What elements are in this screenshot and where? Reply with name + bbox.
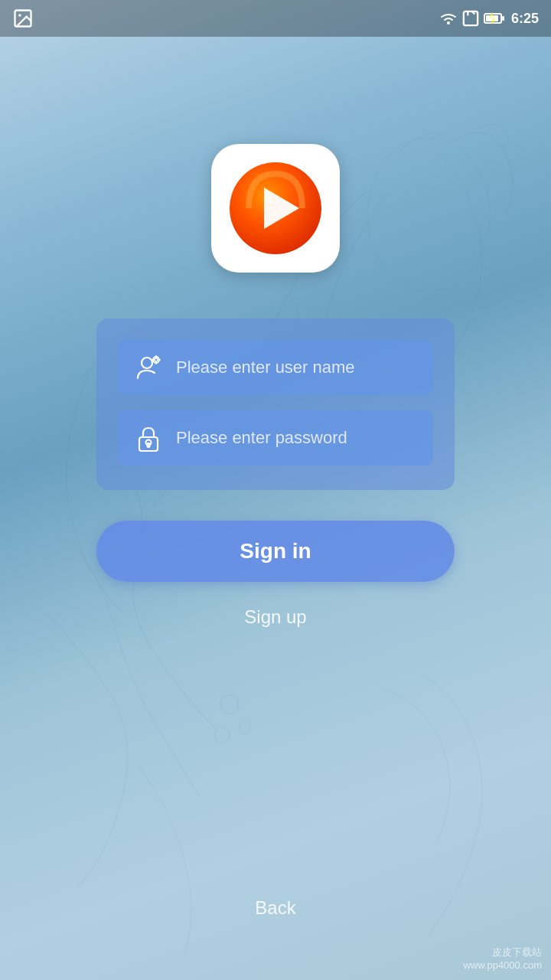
- user-icon: [132, 351, 165, 384]
- svg-rect-11: [486, 15, 498, 21]
- password-row: [118, 410, 433, 466]
- play-icon-container: [226, 158, 325, 258]
- time-display: 6:25: [511, 11, 539, 27]
- status-bar: 6:25: [0, 0, 551, 37]
- svg-rect-12: [502, 16, 504, 21]
- password-input[interactable]: [176, 428, 419, 448]
- status-right: 6:25: [439, 10, 539, 27]
- svg-point-18: [142, 358, 152, 368]
- back-link[interactable]: Back: [255, 897, 295, 919]
- battery-icon: [484, 12, 505, 24]
- wifi-icon: [439, 11, 458, 26]
- signin-button[interactable]: Sign in: [96, 521, 455, 582]
- status-icons: [439, 10, 505, 27]
- username-row: [118, 340, 433, 395]
- svg-rect-7: [464, 11, 478, 25]
- signal-icon: [462, 10, 479, 27]
- username-input[interactable]: [176, 358, 419, 377]
- app-logo-svg: [226, 158, 325, 258]
- main-content: Sign in Sign up Back: [0, 37, 551, 980]
- status-left: [12, 8, 34, 29]
- watermark-line1: 皮皮下载站: [463, 946, 542, 959]
- watermark-line2: www.pp4000.com: [463, 959, 542, 971]
- signup-link[interactable]: Sign up: [244, 606, 306, 628]
- svg-point-5: [18, 14, 21, 17]
- watermark: 皮皮下载站 www.pp4000.com: [463, 946, 542, 971]
- gallery-icon: [12, 8, 34, 29]
- lock-icon: [132, 421, 165, 455]
- login-form: [96, 318, 455, 490]
- svg-point-6: [447, 21, 450, 24]
- app-logo: [211, 144, 340, 273]
- svg-point-20: [155, 358, 158, 361]
- svg-rect-27: [148, 443, 150, 447]
